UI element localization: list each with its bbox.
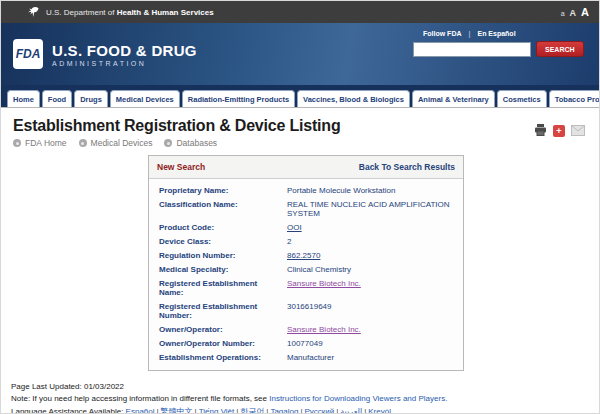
font-size-medium-button[interactable]: A [570,8,577,18]
field-label: Regulation Number: [149,248,277,262]
site-title: U.S. FOOD & DRUG [52,42,197,59]
email-icon[interactable] [571,122,585,140]
device-details-table: Proprietary Name:Portable Molecule Works… [149,183,463,364]
language-link-tagalog[interactable]: Tagalog [270,407,298,414]
nav-tab-drugs[interactable]: Drugs [74,90,108,107]
language-separator: | [336,407,338,414]
share-icon[interactable]: + [553,125,565,137]
table-row: Proprietary Name:Portable Molecule Works… [149,183,463,197]
fda-logo[interactable]: FDA [13,39,43,69]
field-label: Classification Name: [149,197,277,220]
language-link-ti-ng-vi-t[interactable]: Tiếng Việt [199,407,235,414]
text-resize-controls: a A A [561,6,589,18]
table-row: Owner/Operator Number:10077049 [149,336,463,350]
breadcrumb-bullet-icon [164,139,172,147]
new-search-link[interactable]: New Search [157,162,205,172]
en-espanol-link[interactable]: En Español [477,30,515,37]
note-text: Note: If you need help accessing informa… [11,394,269,403]
value-link-ooi[interactable]: OOI [287,223,302,232]
field-label: Medical Specialty: [149,262,277,276]
breadcrumb-fda-home[interactable]: FDA Home [13,138,67,148]
language-separator: | [300,407,302,414]
breadcrumb: FDA HomeMedical DevicesDatabases [13,138,587,148]
header-link-divider: | [469,30,471,37]
font-size-large-button[interactable]: A [581,6,589,18]
field-label: Registered Establishment Number: [149,299,277,322]
page-header: Establishment Registration & Device List… [1,108,599,150]
note-line: Note: If you need help accessing informa… [11,393,589,405]
language-assistance-label: Language Assistance Available: [11,407,126,414]
nav-tab-radiation-emitting-products[interactable]: Radiation-Emitting Products [182,90,295,107]
viewers-players-link[interactable]: Instructions for Downloading Viewers and… [269,394,447,403]
language-link-espa-ol[interactable]: Español [126,407,155,414]
field-label: Owner/Operator Number: [149,336,277,350]
field-label: Registered Establishment Name: [149,276,277,299]
field-value: 2 [277,234,463,248]
field-value: OOI [277,220,463,234]
field-value: Sansure Biotech Inc. [277,276,463,299]
value-link-sansure-biotech-inc[interactable]: Sansure Biotech Inc. [287,325,361,334]
field-label: Establishment Operations: [149,350,277,364]
site-header: FDA U.S. FOOD & DRUG ADMINISTRATION Foll… [1,23,599,85]
page-action-icons: + [534,122,585,140]
nav-tab-home[interactable]: Home [7,90,40,107]
search-button[interactable]: SEARCH [536,41,584,57]
nav-tab-vaccines-blood-biologics[interactable]: Vaccines, Blood & Biologics [297,90,410,107]
table-row: Medical Specialty:Clinical Chemistry [149,262,463,276]
panel-toolbar: New Search Back To Search Results [149,156,463,179]
field-label: Proprietary Name: [149,183,277,197]
breadcrumb-label: Databases [176,138,217,148]
header-links-row: Follow FDA|En Español [413,30,583,37]
field-value: REAL TIME NUCLEIC ACID AMPLIFICATION SYS… [277,197,463,220]
field-label: Product Code: [149,220,277,234]
table-row: Establishment Operations:Manufacturer [149,350,463,364]
primary-nav: HomeFoodDrugsMedical DevicesRadiation-Em… [1,85,599,108]
font-size-small-button[interactable]: a [561,10,565,17]
header-search: SEARCH [413,41,583,57]
nav-tab-medical-devices[interactable]: Medical Devices [110,90,180,107]
table-row: Regulation Number:862.2570 [149,248,463,262]
language-link-[interactable]: 繁體中文 [161,407,193,414]
field-value: Sansure Biotech Inc. [277,322,463,336]
field-value: 3016619649 [277,299,463,322]
back-to-search-results-link[interactable]: Back To Search Results [359,162,455,172]
breadcrumb-bullet-icon [13,139,21,147]
hhs-department-label[interactable]: U.S. Department of Health & Human Servic… [46,8,214,17]
table-row: Registered Establishment Name:Sansure Bi… [149,276,463,299]
search-input[interactable] [413,42,531,57]
table-row: Product Code:OOI [149,220,463,234]
value-link-sansure-biotech-inc[interactable]: Sansure Biotech Inc. [287,279,361,288]
language-separator: | [236,407,238,414]
device-listing-panel: New Search Back To Search Results Propri… [148,155,464,371]
language-assistance-line: Language Assistance Available: Español|繁… [11,406,589,414]
language-link-[interactable]: العربية [340,407,362,414]
site-subtitle: ADMINISTRATION [52,60,197,67]
hhs-dept-bold: Health & Human Services [117,8,214,17]
print-icon[interactable] [534,122,547,140]
language-link-[interactable]: 한국어 [240,407,264,414]
field-value: 10077049 [277,336,463,350]
breadcrumb-label: Medical Devices [91,138,153,148]
page-title: Establishment Registration & Device List… [13,117,587,135]
follow-fda-link[interactable]: Follow FDA [423,30,462,37]
field-value: Manufacturer [277,350,463,364]
value-link-862-2570[interactable]: 862.2570 [287,251,320,260]
breadcrumb-databases[interactable]: Databases [164,138,217,148]
nav-tab-food[interactable]: Food [42,90,72,107]
nav-tab-cosmetics[interactable]: Cosmetics [497,90,547,107]
language-separator: | [157,407,159,414]
table-row: Registered Establishment Number:30166196… [149,299,463,322]
table-row: Owner/Operator:Sansure Biotech Inc. [149,322,463,336]
field-value: Portable Molecule Workstation [277,183,463,197]
language-link-[interactable]: Русский [305,407,335,414]
field-label: Owner/Operator: [149,322,277,336]
nav-tab-animal-veterinary[interactable]: Animal & Veterinary [412,90,495,107]
field-value: 862.2570 [277,248,463,262]
breadcrumb-bullet-icon [79,139,87,147]
language-separator: | [195,407,197,414]
language-separator: | [266,407,268,414]
breadcrumb-medical-devices[interactable]: Medical Devices [79,138,153,148]
nav-tab-tobacco-products[interactable]: Tobacco Products [549,90,600,107]
breadcrumb-label: FDA Home [25,138,67,148]
field-value: Clinical Chemistry [277,262,463,276]
